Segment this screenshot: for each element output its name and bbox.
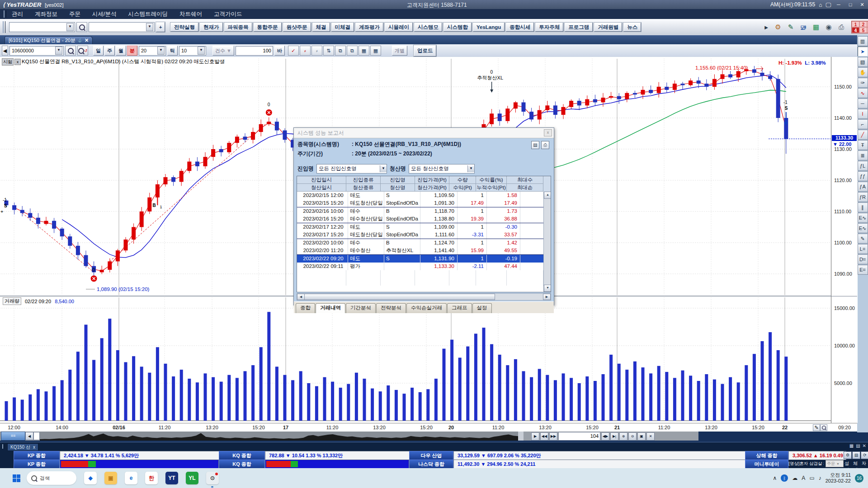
quick-screen-1[interactable]: 1 bbox=[852, 21, 859, 27]
chart-navigator[interactable]: ≡≡ ◀ ▶ ◀◀ ▶▶ ◀▶ ▶| ⊕ ⊖ ▣ ✕ bbox=[0, 432, 698, 441]
menu-item-5[interactable]: 차트쉐어 bbox=[179, 10, 202, 18]
draw-tool-icon-11[interactable]: ≣ bbox=[858, 150, 868, 160]
navigator-handle[interactable] bbox=[33, 432, 40, 440]
report-tab-설정[interactable]: 설정 bbox=[472, 303, 492, 313]
layout-grid2-icon[interactable]: ▦ bbox=[370, 46, 381, 56]
nav-grid-icon[interactable]: ▣ bbox=[637, 432, 646, 441]
symbol-combo[interactable]: ▼ bbox=[89, 22, 155, 32]
draw-tool-icon-2[interactable]: ▧ bbox=[858, 57, 868, 67]
market-panel-tab[interactable]: KQ150 선 x bbox=[7, 443, 38, 451]
toolbar-button-3[interactable]: 통합주문 bbox=[254, 23, 282, 32]
draw-tool-icon-9[interactable]: ╱ bbox=[858, 130, 868, 140]
edge-browser[interactable]: e bbox=[125, 472, 137, 484]
account-combo[interactable]: ▼ bbox=[9, 22, 75, 32]
axis-zoom-icon[interactable] bbox=[820, 424, 827, 431]
toolbar-button-15[interactable]: 거래원별 bbox=[594, 23, 622, 32]
menu-item-6[interactable]: 고객가이드 bbox=[214, 10, 242, 18]
draw-tool-icon-22[interactable]: E⌗ bbox=[858, 265, 868, 275]
draw-tool-icon-18[interactable]: E∿ bbox=[858, 223, 868, 233]
close-button[interactable]: ✕ bbox=[858, 1, 866, 8]
tray-icon-2[interactable]: ☁ bbox=[792, 475, 797, 481]
toolbar-button-12[interactable]: 종합시세 bbox=[506, 23, 534, 32]
draw-tool-icon-7[interactable]: Ι bbox=[858, 109, 868, 119]
add-button[interactable]: + bbox=[156, 22, 165, 32]
symbol-code-combo[interactable]: 10600000▼ bbox=[9, 46, 64, 56]
search-icon[interactable] bbox=[76, 22, 87, 32]
settings-icon[interactable]: ⚙ bbox=[844, 451, 852, 459]
tick-value-combo[interactable]: 10▼ bbox=[179, 46, 206, 56]
toolbar-button-2[interactable]: 파워종목 bbox=[224, 23, 252, 32]
quick-screen-5[interactable]: 5 bbox=[859, 27, 867, 33]
tray-icon-1[interactable]: ᛒ bbox=[781, 474, 788, 482]
report-tab-종합[interactable]: 종합 bbox=[296, 303, 315, 313]
quick-screen-4[interactable]: 4 bbox=[852, 27, 859, 33]
toolbar-button-5[interactable]: 체결 bbox=[312, 23, 330, 32]
tick-button[interactable]: 틱 bbox=[167, 46, 178, 56]
snapshot-icon[interactable]: ⧉ bbox=[347, 46, 358, 56]
nav-rewind-icon[interactable]: ◀◀ bbox=[540, 432, 548, 441]
tray-icon-3[interactable]: A bbox=[802, 475, 805, 481]
draw-tool-icon-12[interactable]: ƒL bbox=[858, 161, 868, 171]
report-tab-기간분석[interactable]: 기간분석 bbox=[346, 303, 376, 313]
draw-tool-icon-3[interactable]: ✋ bbox=[858, 67, 868, 77]
draw-tool-icon-14[interactable]: ƒA bbox=[858, 182, 868, 192]
draw-tool-icon-16[interactable]: ∥ bbox=[858, 202, 868, 212]
yeslanguage-app[interactable]: YL bbox=[186, 472, 198, 484]
monitor-icon[interactable]: 🖳 bbox=[797, 22, 809, 33]
save-icon[interactable]: ▤ bbox=[531, 141, 539, 149]
toolbar-button-6[interactable]: 미체결 bbox=[331, 23, 354, 32]
toolbar-button-11[interactable]: YesLangu bbox=[473, 23, 505, 32]
trade-row[interactable]: 2023/02/15 15:20매도청산(당일StopEndOfDa1,091.… bbox=[297, 199, 551, 207]
exit-filter-combo[interactable]: 모든 청산신호명▼ bbox=[409, 164, 475, 174]
fills-icon[interactable]: ▤ bbox=[852, 451, 860, 459]
trade-row[interactable]: 2023/02/17 15:20매도청산(당일StopEndOfDa1,111.… bbox=[297, 231, 551, 239]
monitor-icon[interactable]: 🖵 bbox=[826, 2, 831, 8]
report-tab-그래프[interactable]: 그래프 bbox=[447, 303, 472, 313]
start-button[interactable] bbox=[13, 474, 20, 482]
nav-close-icon[interactable]: ✕ bbox=[646, 432, 655, 441]
toolbar-button-8[interactable]: 시뮬레이 bbox=[385, 23, 413, 32]
gear-icon[interactable]: ⚙ bbox=[772, 22, 784, 33]
nav-fit-icon[interactable]: ◀▶ bbox=[601, 432, 609, 441]
minimize-button[interactable]: ─ bbox=[835, 1, 843, 8]
table-vscrollbar[interactable]: ▲ ▼ bbox=[543, 192, 551, 292]
hangul-app[interactable]: 한 bbox=[145, 472, 158, 484]
navigator-menu-button[interactable]: ≡≡ bbox=[1, 432, 25, 441]
toolbar-button-10[interactable]: 시스템합 bbox=[443, 23, 472, 32]
trade-row[interactable]: 2023/02/17 12:20매도S1,109.001-0.30 bbox=[297, 223, 551, 231]
dialog-title-bar[interactable]: 시스템 성능 보고서 x bbox=[294, 128, 554, 138]
yestrader-app[interactable]: YT bbox=[165, 472, 178, 484]
trade-row[interactable]: 2023/02/20 11:20매수청산추적청산XL1,141.4015.994… bbox=[297, 247, 551, 255]
camera-icon[interactable]: ◉ bbox=[823, 22, 835, 33]
auto-icon[interactable]: ⟳ bbox=[861, 451, 868, 459]
draw-tool-icon-17[interactable]: E∿ bbox=[858, 213, 868, 223]
menu-item-2[interactable]: 주문 bbox=[69, 10, 80, 18]
bar-position-input[interactable] bbox=[558, 432, 600, 441]
draw-tool-icon-10[interactable]: Ŧ bbox=[858, 140, 868, 150]
trade-row[interactable]: 2023/02/16 10:00매수B1,118.7011.73 bbox=[297, 207, 551, 215]
tray-icon-4[interactable]: ▭ bbox=[809, 475, 814, 481]
panel-corner-icon-1[interactable]: ▤ bbox=[856, 443, 860, 448]
tray-icon-0[interactable]: ∧ bbox=[773, 475, 777, 481]
toolbar-button-7[interactable]: 계좌평가 bbox=[355, 23, 383, 32]
report-tab-거래내역[interactable]: 거래내역 bbox=[316, 303, 345, 313]
quick-screen-2[interactable]: 2 bbox=[859, 21, 867, 27]
upload-button[interactable]: 업로드 bbox=[414, 45, 437, 56]
draw-tool-icon-8[interactable]: ⌐ bbox=[858, 119, 868, 129]
taskbar-search[interactable]: 검색 bbox=[27, 471, 76, 485]
app-blue[interactable]: ◆ bbox=[84, 472, 97, 484]
draw-tool-icon-5[interactable]: ∿ bbox=[858, 88, 868, 98]
chart-window-tab[interactable]: [6101] KQ150 선물연결 - 20분 ⚓ ✕ bbox=[5, 36, 93, 44]
period-button-분[interactable]: 분 bbox=[127, 46, 137, 56]
home-icon[interactable]: ⌂ bbox=[819, 2, 822, 8]
trade-row[interactable]: 2023/02/22 09:11평가1,133.30-2.1147.44 bbox=[297, 263, 551, 270]
trade-row[interactable]: 2023/02/16 15:20매수청산(당일StopEndOfDa1,138.… bbox=[297, 215, 551, 223]
nav-play-icon[interactable]: ▶ bbox=[531, 432, 539, 441]
draw-tool-icon-13[interactable]: ƒƒ bbox=[858, 171, 868, 181]
toolbar-button-0[interactable]: 전략실행 bbox=[170, 23, 198, 32]
scroll-left-icon[interactable]: ◀ bbox=[2, 46, 8, 56]
toolbar-button-4[interactable]: 원샷주문 bbox=[283, 23, 311, 32]
notification-badge[interactable]: 16 bbox=[855, 474, 863, 483]
menu-item-4[interactable]: 시스템트레이딩 bbox=[128, 10, 168, 18]
grid-icon[interactable]: ▦ bbox=[810, 22, 822, 33]
